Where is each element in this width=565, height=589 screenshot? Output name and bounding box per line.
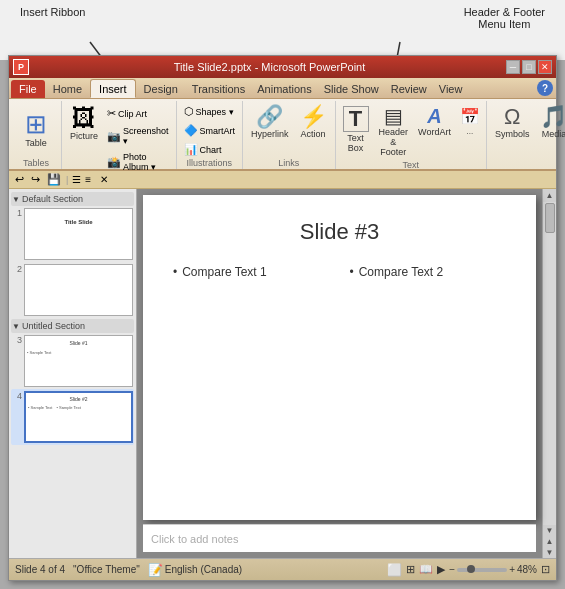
picture-icon: 🖼 — [72, 106, 96, 130]
chart-button[interactable]: 📊 Chart — [181, 141, 239, 158]
language-info: English (Canada) — [165, 564, 242, 575]
bullet-dot-2: • — [350, 265, 354, 279]
redo-button[interactable]: ↪ — [29, 172, 42, 187]
slide-col-2: • Compare Text 2 — [350, 265, 507, 504]
zoom-slider[interactable] — [457, 568, 507, 572]
slide-canvas[interactable]: Slide #3 • Compare Text 1 • Compare Text — [143, 195, 536, 520]
table-button[interactable]: ⊞ Table — [17, 108, 55, 151]
photo-album-label: Photo Album ▾ — [123, 152, 169, 172]
date-time-icon: 📅 — [460, 106, 480, 128]
symbols-label: Symbols — [495, 129, 530, 139]
tab-animations[interactable]: Animations — [251, 80, 317, 98]
wordart-icon: A — [427, 106, 441, 126]
view-slide-icon[interactable]: ▶ — [437, 563, 445, 576]
ribbon-group-tables: ⊞ Table Tables — [11, 101, 62, 169]
slide-thumb-4[interactable]: 4 Slide #2 • Sample Text • Sample Text — [11, 389, 134, 445]
tab-review[interactable]: Review — [385, 80, 433, 98]
scroll-next-slide-button[interactable]: ▼ — [545, 547, 555, 558]
view-sort-icon[interactable]: ⊞ — [406, 563, 415, 576]
media-button[interactable]: 🎵 Media — [536, 103, 565, 142]
slide-view-container: Slide #3 • Compare Text 1 • Compare Text — [137, 189, 542, 558]
scroll-down-button[interactable]: ▼ — [545, 525, 555, 536]
action-button[interactable]: ⚡ Action — [296, 103, 331, 142]
help-button[interactable]: ? — [537, 80, 553, 96]
header-footer-annotation: Header & FooterMenu Item — [464, 6, 545, 30]
section-header-untitled[interactable]: ▼ Untitled Section — [11, 319, 134, 333]
links-group-label: Links — [278, 158, 299, 168]
shapes-label: Shapes ▾ — [196, 107, 234, 117]
shapes-button[interactable]: ⬡ Shapes ▾ — [181, 103, 239, 120]
zoom-in-button[interactable]: + — [509, 564, 515, 575]
scroll-track[interactable] — [543, 202, 556, 525]
media-icon: 🎵 — [540, 106, 565, 128]
status-bar: Slide 4 of 4 "Office Theme" 📝 English (C… — [9, 558, 556, 580]
slide-panel: ▼ Default Section 1 Title Slide 2 — [9, 189, 137, 558]
date-time-button[interactable]: 📅 ··· — [457, 103, 483, 141]
picture-button[interactable]: 🖼 Picture — [66, 103, 102, 144]
undo-button[interactable]: ↩ — [13, 172, 26, 187]
smartart-button[interactable]: 🔷 SmartArt — [181, 122, 239, 139]
wordart-label: WordArt — [418, 127, 451, 137]
app-icon: P — [13, 59, 29, 75]
tab-view[interactable]: View — [433, 80, 469, 98]
tab-transitions[interactable]: Transitions — [186, 80, 251, 98]
slide-info: Slide 4 of 4 — [15, 564, 65, 575]
scroll-thumb[interactable] — [545, 203, 555, 233]
ribbon-group-links: 🔗 Hyperlink ⚡ Action Links — [243, 101, 336, 169]
maximize-button[interactable]: □ — [522, 60, 536, 74]
table-label: Table — [25, 138, 47, 148]
clip-art-button[interactable]: ✂ Clip Art — [104, 105, 172, 122]
illustrations-group-label: Illustrations — [187, 158, 233, 168]
screenshot-label: Screenshot ▾ — [123, 126, 169, 146]
tab-insert[interactable]: Insert — [90, 79, 136, 98]
notes-area[interactable]: Click to add notes — [143, 524, 536, 552]
scroll-prev-slide-button[interactable]: ▲ — [545, 536, 555, 547]
zoom-out-button[interactable]: − — [449, 564, 455, 575]
slide-col-1: • Compare Text 1 — [173, 265, 330, 504]
save-button[interactable]: 💾 — [45, 172, 63, 187]
close-panel-button[interactable]: ✕ — [97, 173, 111, 186]
section-header-default[interactable]: ▼ Default Section — [11, 192, 134, 206]
view-controls[interactable]: ☰ ≡ — [71, 173, 92, 186]
bullet-dot-1: • — [173, 265, 177, 279]
slide-thumb-1[interactable]: 1 Title Slide — [11, 206, 134, 262]
section-arrow-untitled: ▼ — [12, 322, 20, 331]
screenshot-button[interactable]: 📷 Screenshot ▾ — [104, 124, 172, 148]
slide-num-4: 4 — [12, 391, 22, 401]
slide-img-4: Slide #2 • Sample Text • Sample Text — [24, 391, 133, 443]
theme-info: "Office Theme" — [73, 564, 140, 575]
outline-view-icon[interactable]: ≡ — [84, 173, 92, 186]
section-label-default: Default Section — [22, 194, 83, 204]
right-scrollbar[interactable]: ▲ ▼ ▲ ▼ — [542, 189, 556, 558]
hyperlink-label: Hyperlink — [251, 129, 289, 139]
ribbon-group-symbols: Ω Symbols 🎵 Media — [487, 101, 565, 169]
tab-design[interactable]: Design — [136, 80, 186, 98]
chart-icon: 📊 — [184, 143, 198, 156]
slide-thumb-3[interactable]: 3 Slide #1 • Sample Text — [11, 333, 134, 389]
tab-slideshow[interactable]: Slide Show — [318, 80, 385, 98]
scroll-up-button[interactable]: ▲ — [544, 189, 556, 202]
slide-img-3: Slide #1 • Sample Text — [24, 335, 133, 387]
slide-num-2: 2 — [12, 264, 22, 274]
slide-thumb-2[interactable]: 2 — [11, 262, 134, 318]
zoom-control: − + 48% — [449, 564, 537, 575]
close-button[interactable]: ✕ — [538, 60, 552, 74]
picture-label: Picture — [70, 131, 98, 141]
tab-file[interactable]: File — [11, 80, 45, 98]
hyperlink-icon: 🔗 — [256, 106, 283, 128]
view-normal-icon[interactable]: ⬜ — [387, 563, 402, 577]
view-reading-icon[interactable]: 📖 — [419, 563, 433, 576]
hyperlink-button[interactable]: 🔗 Hyperlink — [247, 103, 293, 142]
tables-group-label: Tables — [23, 158, 49, 168]
wordart-button[interactable]: A WordArt — [414, 103, 455, 140]
chart-label: Chart — [200, 145, 222, 155]
clip-art-icon: ✂ — [107, 107, 116, 120]
text-box-button[interactable]: T TextBox — [339, 103, 373, 156]
section-default: ▼ Default Section 1 Title Slide 2 — [11, 192, 134, 318]
symbols-button[interactable]: Ω Symbols — [491, 103, 534, 142]
tab-home[interactable]: Home — [45, 80, 90, 98]
minimize-button[interactable]: ─ — [506, 60, 520, 74]
fit-window-button[interactable]: ⊡ — [541, 563, 550, 576]
header-footer-button[interactable]: ▤ Header& Footer — [375, 103, 413, 160]
slides-view-icon[interactable]: ☰ — [71, 173, 82, 186]
